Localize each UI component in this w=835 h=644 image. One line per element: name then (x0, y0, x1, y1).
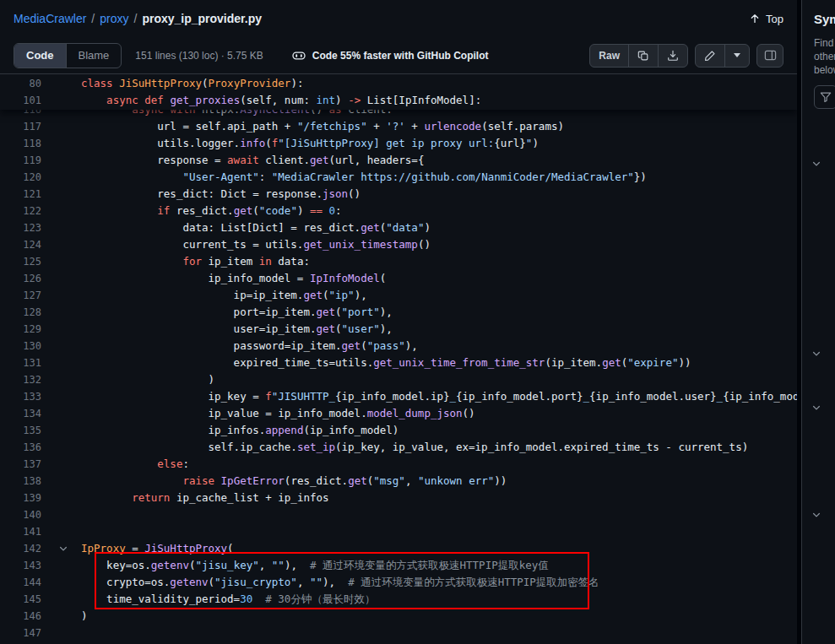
line-number[interactable]: 142 (0, 540, 49, 557)
breadcrumb-repo-link[interactable]: MediaCrawler (14, 12, 86, 25)
code-line: 145 time_validity_period=30 # 30分钟（最长时效） (0, 591, 797, 608)
tab-code[interactable]: Code (14, 44, 66, 68)
fold-gutter (49, 439, 81, 456)
code-text: ip_key = f"JISUHTTP_{ip_info_model.ip}_{… (81, 388, 797, 405)
line-number[interactable]: 143 (0, 557, 49, 574)
line-number[interactable]: 147 (0, 625, 49, 641)
line-number[interactable]: 118 (0, 135, 49, 152)
toolbar-actions: Raw (589, 44, 783, 68)
raw-button[interactable]: Raw (590, 45, 628, 67)
fold-gutter (49, 422, 81, 439)
fold-gutter (49, 608, 81, 625)
fold-gutter (49, 253, 81, 270)
line-number[interactable]: 101 (0, 92, 49, 109)
symbol-tree-node-expander[interactable] (811, 155, 821, 172)
symbol-tree-node-expander[interactable] (811, 399, 821, 416)
code-line: 131 expired_time_ts=utils.get_unix_time_… (0, 354, 797, 371)
copy-icon (637, 50, 649, 62)
fold-gutter (49, 169, 81, 186)
line-number[interactable]: 123 (0, 219, 49, 236)
line-number[interactable]: 141 (0, 523, 49, 540)
scroll-to-top-button[interactable]: Top (749, 13, 783, 25)
line-number[interactable]: 138 (0, 473, 49, 490)
line-number[interactable]: 120 (0, 169, 49, 186)
line-number[interactable]: 121 (0, 186, 49, 203)
code-line: 135 ip_infos.append(ip_info_model) (0, 422, 797, 439)
breadcrumb-separator: / (91, 12, 95, 25)
fold-gutter (49, 287, 81, 304)
filter-symbols-button[interactable] (814, 85, 835, 109)
line-number[interactable]: 125 (0, 253, 49, 270)
line-number[interactable]: 131 (0, 354, 49, 371)
symbol-tree-node-expander[interactable] (811, 345, 821, 362)
code-text: "User-Agent": "MediaCrawler https://gith… (81, 169, 647, 186)
copy-raw-button[interactable] (628, 45, 658, 67)
line-number[interactable]: 145 (0, 591, 49, 608)
code-text: crypto=os.getenv("jisu_crypto", ""), # 通… (81, 574, 599, 591)
line-number[interactable]: 136 (0, 439, 49, 456)
line-number[interactable]: 139 (0, 490, 49, 506)
file-view-column: MediaCrawler / proxy / proxy_ip_provider… (0, 0, 797, 644)
code-lines: 116 async with httpx.AsyncClient() as cl… (0, 101, 797, 641)
edit-file-button[interactable] (696, 45, 724, 67)
symbols-panel-header: Symbols Find definitions and references … (802, 0, 835, 109)
fold-gutter (49, 92, 81, 109)
chevron-down-icon (811, 349, 821, 359)
fold-gutter (49, 591, 81, 608)
symbol-tree-node-expander[interactable] (811, 506, 821, 523)
code-text: current_ts = utils.get_unix_timestamp() (81, 236, 431, 253)
symbols-panel-toggle-button[interactable] (756, 44, 783, 68)
line-number[interactable]: 144 (0, 574, 49, 591)
funnel-icon (820, 91, 832, 103)
pencil-icon (704, 50, 716, 62)
line-number[interactable]: 128 (0, 304, 49, 321)
line-number[interactable]: 132 (0, 371, 49, 388)
line-number[interactable]: 126 (0, 270, 49, 287)
line-number[interactable]: 80 (0, 75, 49, 92)
download-raw-button[interactable] (658, 45, 687, 67)
code-text: data: List[Dict] = res_dict.get("data") (81, 219, 431, 236)
symbols-panel: Symbols Find definitions and references … (801, 0, 835, 644)
code-line: 123 data: List[Dict] = res_dict.get("dat… (0, 219, 797, 236)
code-text: ip_info_model = IpInfoModel( (81, 270, 386, 287)
line-number[interactable]: 135 (0, 422, 49, 439)
code-line: 117 url = self.api_path + "/fetchips" + … (0, 118, 797, 135)
code-text: raise IpGetError(res_dict.get("msg", "un… (81, 473, 507, 490)
fold-toggle-icon[interactable] (49, 540, 81, 557)
code-text: res_dict: Dict = response.json() (81, 186, 361, 203)
code-text: port=ip_item.get("port"), (81, 304, 393, 321)
code-line: 80class JiSuHttpProxy(ProxyProvider): (0, 75, 797, 92)
copilot-banner-text: Code 55% faster with GitHub Copilot (312, 50, 489, 62)
copilot-banner[interactable]: Code 55% faster with GitHub Copilot (292, 49, 489, 62)
code-line: 133 ip_key = f"JISUHTTP_{ip_info_model.i… (0, 388, 797, 405)
line-number[interactable]: 122 (0, 203, 49, 219)
code-text: ip_infos.append(ip_info_model) (81, 422, 399, 439)
edit-dropdown-button[interactable] (724, 45, 749, 67)
code-blame-switch: Code Blame (14, 43, 122, 68)
line-number[interactable]: 137 (0, 456, 49, 473)
caret-down-icon (734, 53, 740, 57)
code-text: for ip_item in data: (81, 253, 310, 270)
code-line: 134 ip_value = ip_info_model.model_dump_… (0, 405, 797, 422)
line-number[interactable]: 140 (0, 506, 49, 523)
breadcrumb-folder-link[interactable]: proxy (100, 12, 128, 25)
line-number[interactable]: 146 (0, 608, 49, 625)
line-number[interactable]: 133 (0, 388, 49, 405)
line-number[interactable]: 124 (0, 236, 49, 253)
code-text: ip_value = ip_info_model.model_dump_json… (81, 405, 475, 422)
raw-actions-group: Raw (589, 44, 688, 68)
line-number[interactable]: 127 (0, 287, 49, 304)
line-number[interactable]: 130 (0, 338, 49, 354)
line-number[interactable]: 119 (0, 152, 49, 169)
fold-gutter (49, 135, 81, 152)
line-number[interactable]: 134 (0, 405, 49, 422)
code-text: self.ip_cache.set_ip(ip_key, ip_value, e… (81, 439, 748, 456)
line-number[interactable]: 129 (0, 321, 49, 338)
tab-blame[interactable]: Blame (66, 44, 122, 68)
line-number[interactable]: 117 (0, 118, 49, 135)
symbols-description-line: below or in the code. (814, 63, 835, 77)
scroll-to-top-label: Top (766, 13, 783, 25)
breadcrumb-separator: / (133, 12, 137, 25)
fold-gutter (49, 338, 81, 354)
code-text: async def get_proxies(self, num: int) ->… (81, 92, 481, 109)
